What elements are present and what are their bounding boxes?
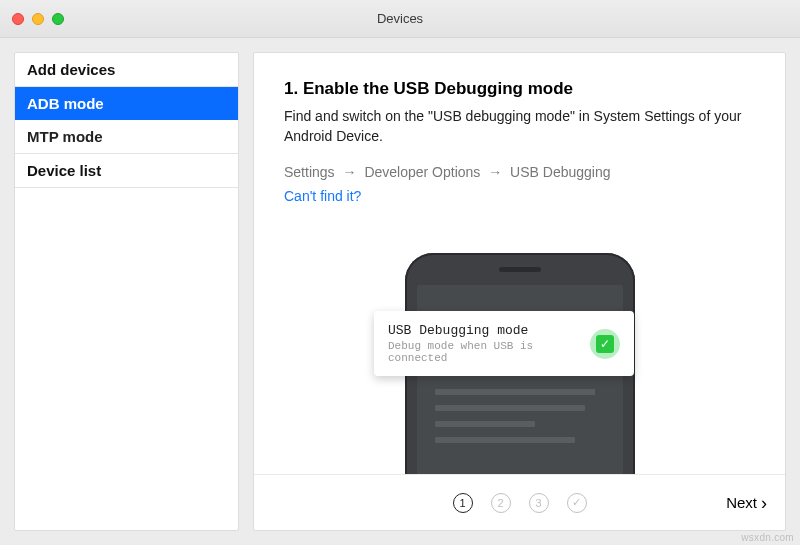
step-indicator-3[interactable]: 3 [529,493,549,513]
text-placeholder [435,421,535,427]
arrow-right-icon: → [488,164,502,180]
step-indicator-2[interactable]: 2 [491,493,511,513]
step-description: Find and switch on the "USB debugging mo… [284,107,754,146]
popup-text: USB Debugging mode Debug mode when USB i… [388,323,580,364]
watermark: wsxdn.com [741,532,794,543]
breadcrumb: Settings → Developer Options → USB Debug… [284,164,755,180]
usb-debug-popup: USB Debugging mode Debug mode when USB i… [374,311,634,376]
breadcrumb-item: USB Debugging [510,164,610,180]
stepper: 1 2 3 [453,493,587,513]
footer: 1 2 3 Next › [254,474,785,530]
main-panel: 1. Enable the USB Debugging mode Find an… [253,52,786,531]
step-indicator-done[interactable] [567,493,587,513]
titlebar: Devices [0,0,800,38]
text-placeholder [435,405,585,411]
sidebar: Add devices ADB mode MTP mode Device lis… [14,52,239,531]
chevron-right-icon: › [761,494,767,512]
check-icon [572,496,581,509]
step-title: 1. Enable the USB Debugging mode [284,79,755,99]
check-icon: ✓ [596,335,614,353]
next-button[interactable]: Next › [726,494,767,512]
sidebar-header-device-list: Device list [15,154,238,187]
sidebar-item-mtp-mode[interactable]: MTP mode [15,120,238,153]
divider [15,187,238,188]
sidebar-header-add: Add devices [15,53,238,86]
text-placeholder [435,389,595,395]
sidebar-item-adb-mode[interactable]: ADB mode [15,87,238,120]
text-placeholder [435,437,575,443]
step-indicator-1[interactable]: 1 [453,493,473,513]
popup-subtitle: Debug mode when USB is connected [388,340,580,364]
next-label: Next [726,494,757,511]
check-badge: ✓ [590,329,620,359]
help-link[interactable]: Can't find it? [284,188,361,204]
breadcrumb-item: Settings [284,164,335,180]
popup-title: USB Debugging mode [388,323,580,338]
window-title: Devices [0,11,800,26]
main-body: 1. Enable the USB Debugging mode Find an… [254,53,785,474]
content: Add devices ADB mode MTP mode Device lis… [0,38,800,545]
arrow-right-icon: → [342,164,356,180]
breadcrumb-item: Developer Options [364,164,480,180]
